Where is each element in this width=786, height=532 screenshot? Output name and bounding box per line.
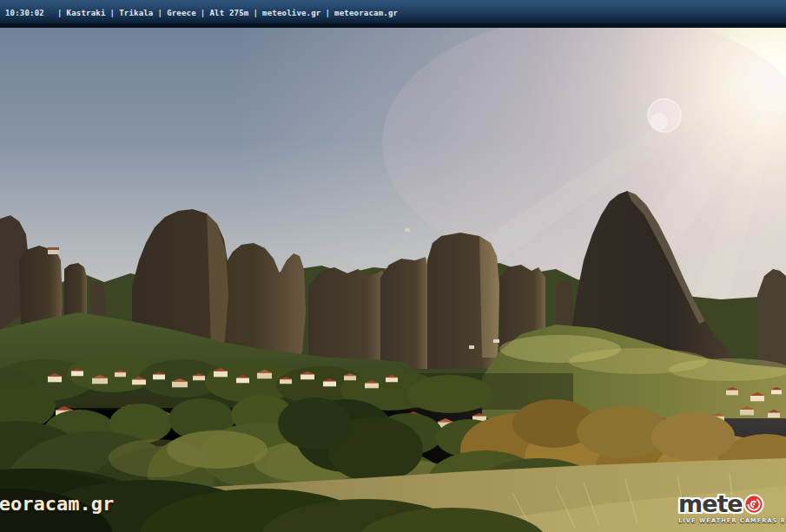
overlay-village: Kastraki bbox=[67, 9, 106, 17]
webcam-screenshot: 10:30:02|Kastraki|Trikala|Greece|Alt 275… bbox=[0, 0, 786, 532]
overlay-site-meteolive: meteolive.gr bbox=[262, 9, 320, 17]
overlay-country: Greece bbox=[167, 9, 196, 17]
meteo-logo-text: mete bbox=[678, 493, 743, 516]
meteo-rings-icon bbox=[743, 494, 764, 515]
lens-flare bbox=[648, 99, 681, 132]
separator: | bbox=[325, 9, 330, 17]
meteo-logo-tagline: LIVE WEATHER CAMERAS BY bbox=[678, 517, 786, 524]
overlay-site-meteoracam: meteoracam.gr bbox=[334, 9, 398, 17]
separator: | bbox=[110, 9, 116, 17]
overlay-altitude: Alt 275m bbox=[209, 9, 248, 17]
watermark-meteoracam: meteoracam.gr bbox=[0, 493, 114, 515]
overlay-prefecture: Trikala bbox=[119, 9, 153, 17]
meteo-logo: mete LIVE WEATHER CAMERAS BY bbox=[678, 492, 786, 524]
overlay-time: 10:30:02 bbox=[5, 9, 44, 17]
separator: | bbox=[201, 9, 206, 17]
separator: | bbox=[253, 9, 258, 17]
separator: | bbox=[158, 9, 163, 17]
separator: | bbox=[57, 9, 63, 17]
webcam-photo bbox=[0, 0, 786, 532]
overlay-info-bar: 10:30:02|Kastraki|Trikala|Greece|Alt 275… bbox=[0, 0, 786, 28]
